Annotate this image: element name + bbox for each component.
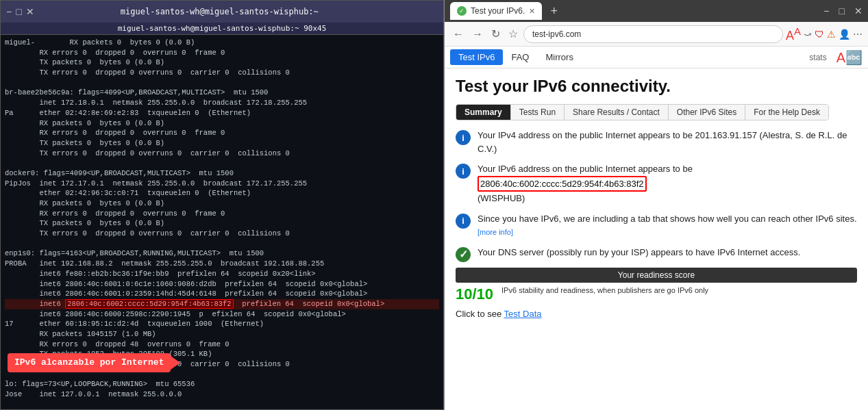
warning-icon[interactable]: ⚠: [827, 29, 836, 40]
forward-button[interactable]: →: [469, 27, 486, 42]
tab-faq[interactable]: FAQ: [503, 49, 537, 65]
extensions-icon[interactable]: 🛡: [815, 29, 824, 40]
translate-symbol[interactable]: A🔤: [836, 49, 863, 66]
browser-controls: ← → ↻ ☆ AA ⤻ 🛡 ⚠ 👤 ⋯: [445, 22, 868, 47]
terminal-line: TX errors 0 dropped 0 overruns 0 carrier…: [5, 68, 439, 78]
content-tabs: Summary Tests Run Share Results / Contac…: [456, 104, 829, 120]
terminal-line: ether 02:42:96:3c:c0:71 txqueuelen 0 (Et…: [5, 188, 439, 198]
terminal-line: docker0: flags=4099<UP,BROADCAST,MULTICA…: [5, 168, 439, 179]
terminal-line: 17 ether 60:18:95:1c:d2:4d txqueuelen 10…: [5, 319, 439, 329]
tab-favicon: ✓: [457, 6, 467, 16]
dns-text: Your DNS server (possibly run by your IS…: [478, 246, 857, 259]
terminal-subtitle: miguel-santos-wh@miguel-santos-wisphub:~…: [1, 23, 443, 35]
bookmark-button[interactable]: ☆: [506, 26, 521, 42]
tab-test-ipv6[interactable]: Test IPv6: [450, 49, 503, 65]
terminal-line: RX errors 0 dropped 48 overruns 0 frame …: [5, 339, 439, 350]
terminal-line: PROBA inet 192.168.88.2 netmask 255.255.…: [5, 259, 439, 269]
terminal-line: miguel- RX packets 0 bytes 0 (0.0 B): [5, 38, 439, 48]
browser-window: ✓ Test your IPv6. ✕ + − □ ✕ ← → ↻ ☆ AA ⤻…: [444, 0, 868, 410]
info-cards: i Your IPv4 address on the public Intern…: [456, 129, 857, 262]
terminal-line: RX errors 0 dropped 0 overruns 0 frame 0: [5, 48, 439, 58]
terminal-line: inet 172.18.0.1 netmask 255.255.0.0 broa…: [5, 98, 439, 108]
terminal-line: inet6 2806:40c:6000:2598c:2290:1945 p ef…: [5, 309, 439, 320]
terminal-line: TX errors 0 dropped 0 overruns 0 carrier…: [5, 229, 439, 239]
terminal-line: RX errors 0 dropped 0 overruns 0 frame 0: [5, 128, 439, 138]
ipv4-text: Your IPv4 address on the public Internet…: [478, 129, 857, 155]
tab-mirrors[interactable]: Mirrors: [537, 49, 581, 65]
site-nav-tabs: Test IPv6 FAQ Mirrors stats A🔤: [445, 47, 868, 68]
terminal-line: inet6 2806:40c:6001:0:2359:14hd:45d4:614…: [5, 289, 439, 299]
ipv4-card: i Your IPv4 address on the public Intern…: [456, 129, 857, 155]
settings-icon[interactable]: ⋯: [853, 29, 863, 40]
terminal-body[interactable]: miguel- RX packets 0 bytes 0 (0.0 B) RX …: [1, 35, 443, 409]
terminal-line: TX packets 1853 bytes 305188 (305.1 KB): [5, 349, 439, 359]
terminal-line: TX errors 8 dropped 0 overruns 0 carrier…: [5, 359, 439, 370]
test-data-prefix: Click to see: [456, 309, 504, 319]
tab-new-button[interactable]: +: [547, 4, 560, 18]
content-tab-tests-run[interactable]: Tests Run: [511, 105, 565, 120]
info-icon-ipv6: i: [456, 164, 471, 179]
browser-maximize[interactable]: □: [839, 5, 845, 16]
terminal-line: TX errors 0 dropped 0 overruns 0 carrier…: [5, 149, 439, 159]
stats-button[interactable]: stats: [805, 51, 830, 64]
ipv6-tab-card: i Since you have IPv6, we are including …: [456, 212, 857, 239]
tab-title: Test your IPv6.: [471, 6, 525, 16]
ipv6-tab-text: Since you have IPv6, we are including a …: [478, 212, 857, 239]
test-data-link[interactable]: Test Data: [504, 309, 542, 319]
terminal-line: TX packets 0 bytes 0 (0.0 B): [5, 138, 439, 149]
browser-close[interactable]: ✕: [854, 5, 863, 16]
terminal-titlebar: − □ ✕ miguel-santos-wh@miguel-santos-wis…: [1, 1, 443, 23]
info-icon-ipv4: i: [456, 130, 471, 145]
reload-button[interactable]: ↻: [488, 26, 503, 42]
browser-content: Test your IPv6 connectivity. Summary Tes…: [445, 68, 868, 410]
terminal-line: TX packets 0 bytes 0 (0.0 B): [5, 57, 439, 68]
test-data-section: Click to see Test Data: [456, 309, 857, 319]
readiness-section: Your readiness score 10/10 IPv6 stabilit…: [456, 268, 857, 303]
terminal-line: RX errors 0 dropped 0 overruns 0 frame 0: [5, 209, 439, 219]
readiness-label: Your readiness score: [456, 268, 857, 283]
ipv6-card: i Your IPv6 address on the public Intern…: [456, 162, 857, 205]
terminal-line: lo: flags=73<UP,LOOPBACK,RUNNING> mtu 65…: [5, 379, 439, 389]
terminal-window: − □ ✕ miguel-santos-wh@miguel-santos-wis…: [0, 0, 444, 410]
terminal-line: TX packets 0 bytes 0 (0.0 B): [5, 218, 439, 229]
ipv6-text: Your IPv6 address on the public Internet…: [478, 162, 857, 205]
terminal-close[interactable]: ✕: [26, 6, 34, 17]
share-icon[interactable]: ⤻: [804, 29, 812, 40]
dns-card: ✓ Your DNS server (possibly run by your …: [456, 246, 857, 262]
browser-titlebar: ✓ Test your IPv6. ✕ + − □ ✕: [445, 0, 868, 22]
terminal-line: [5, 158, 439, 168]
info-icon-tab: i: [456, 214, 471, 229]
terminal-line: RX packets 0 bytes 0 (0.0 B): [5, 198, 439, 209]
back-button[interactable]: ←: [450, 27, 467, 42]
terminal-line: br-baee2be56c9a: flags=4099<UP,BROADCAST…: [5, 88, 439, 98]
terminal-minimize[interactable]: −: [6, 6, 12, 17]
readiness-description: IPv6 stability and readiness, when publi…: [501, 285, 708, 296]
content-tab-share[interactable]: Share Results / Contact: [565, 105, 669, 120]
terminal-maximize[interactable]: □: [16, 6, 21, 17]
terminal-line: inet6 2806:40c:6001:0:6c1e:1060:9086:d2d…: [5, 279, 439, 290]
terminal-line: enp1s0: flags=4163<UP,BROADCAST,RUNNING,…: [5, 248, 439, 259]
terminal-title: miguel-santos-wh@miguel-santos-wisphub:~: [34, 7, 405, 16]
page-title: Test your IPv6 connectivity.: [456, 77, 857, 96]
terminal-line: [5, 370, 439, 380]
terminal-line: [5, 78, 439, 88]
ipv6-address: 2806:40c:6002:cccc:5d29:954f:4b63:83f2: [478, 176, 647, 192]
content-tab-summary[interactable]: Summary: [456, 105, 511, 120]
translate-icon[interactable]: AA: [786, 25, 801, 43]
terminal-line: RX packets 0 bytes 0 (0.0 B): [5, 118, 439, 129]
terminal-line: RX packets 1045157 (1.0 MB): [5, 329, 439, 339]
content-tab-help-desk[interactable]: For the Help Desk: [745, 105, 828, 120]
content-tab-other-sites[interactable]: Other IPv6 Sites: [669, 105, 745, 120]
address-bar[interactable]: [523, 25, 783, 43]
tab-close-button[interactable]: ✕: [529, 7, 535, 16]
terminal-line: inet6 fe80::eb2b:bc36:1f9e:bb9 prefixlen…: [5, 269, 439, 279]
profile-icon[interactable]: 👤: [839, 29, 850, 40]
terminal-line: [5, 239, 439, 249]
terminal-line: Pa ether 02:42:8e:69:e2:83 txqueuelen 0 …: [5, 108, 439, 118]
info-icon-dns: ✓: [456, 247, 471, 262]
terminal-line: PipJos inet 172.17.0.1 netmask 255.255.0…: [5, 179, 439, 189]
terminal-line: Jose inet 127.0.0.1 netmask 255.0.0.0: [5, 389, 439, 400]
more-info-link[interactable]: [more info]: [478, 228, 513, 236]
browser-tab-active[interactable]: ✓ Test your IPv6. ✕: [450, 2, 542, 20]
browser-minimize[interactable]: −: [823, 5, 829, 16]
